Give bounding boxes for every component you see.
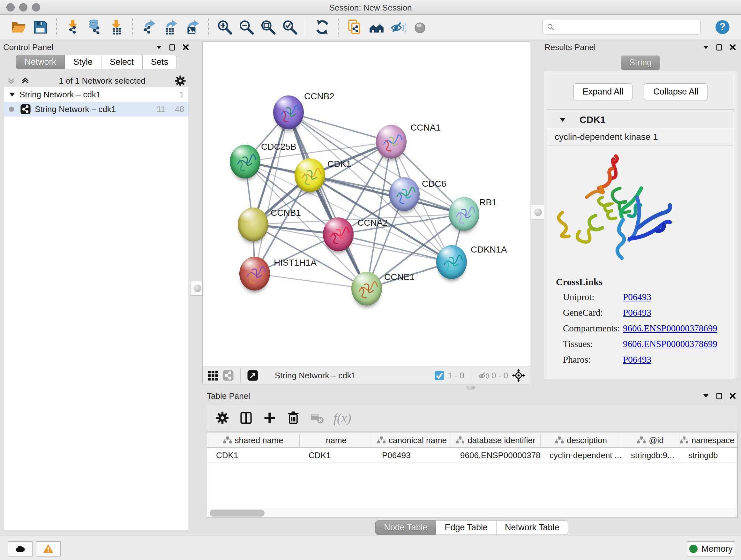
apply-layout-icon[interactable] (313, 18, 332, 37)
node-label-ccna2: CCNA2 (357, 218, 388, 228)
cloud-status-button[interactable] (8, 541, 32, 557)
control-panel: Control Panel NetworkStyleSelectSets 1 o… (3, 42, 190, 530)
node-label-cdc6: CDC6 (422, 179, 446, 189)
show-all-icon[interactable] (411, 18, 429, 37)
network-options-gear-icon[interactable] (174, 75, 186, 87)
node-ccna1[interactable] (376, 125, 407, 159)
search-input[interactable] (557, 22, 697, 32)
node-rb1[interactable] (449, 197, 479, 231)
column-header-description[interactable]: description (541, 433, 622, 447)
table-float-icon[interactable] (716, 392, 723, 400)
node-ccnb1[interactable] (238, 207, 268, 241)
tab-select[interactable]: Select (101, 55, 142, 69)
results-float-icon[interactable] (716, 44, 723, 51)
tab-style[interactable]: Style (65, 55, 101, 69)
crosslink-row: Tissues:9606.ENSP00000378699 (556, 339, 734, 349)
export-table-icon[interactable] (161, 18, 180, 37)
export-network-icon[interactable] (139, 18, 158, 37)
show-hide-columns-icon[interactable] (239, 411, 253, 425)
create-column-icon[interactable] (263, 411, 277, 425)
network-badge-gray-icon[interactable] (222, 370, 234, 381)
save-session-icon[interactable] (31, 18, 50, 37)
table-mode-gear-icon[interactable] (215, 411, 229, 425)
new-network-from-selection-icon[interactable] (346, 18, 364, 37)
tree-expand-caret-icon[interactable] (9, 91, 16, 98)
zoom-selected-icon[interactable] (280, 18, 299, 37)
zoom-fit-icon[interactable] (259, 18, 277, 37)
column-header-shared-name[interactable]: shared name (207, 433, 300, 447)
crosslink-label: Compartments: (556, 323, 623, 334)
table-close-icon[interactable] (729, 392, 737, 400)
node-ccnb2[interactable] (273, 96, 304, 129)
network-view-toolbar: String Network – cdk1 1 - 0 0 - 0 (203, 367, 530, 384)
scrollbar-thumb[interactable] (210, 509, 265, 516)
crosslink-link[interactable]: P06493 (623, 307, 651, 318)
node-cdk1[interactable] (294, 159, 325, 192)
import-database-icon[interactable] (85, 18, 104, 37)
panel-float-icon[interactable] (169, 44, 176, 51)
results-menu-caret-icon[interactable] (702, 44, 710, 51)
node-cdc6[interactable] (389, 177, 420, 211)
table-horizontal-scrollbar[interactable] (207, 508, 738, 517)
crosslink-link[interactable]: 9606.ENSP00000378699 (623, 339, 718, 349)
memory-button[interactable]: Memory (687, 541, 735, 557)
column-header-name[interactable]: name (300, 433, 373, 447)
column-header-namespace[interactable]: namespace (679, 433, 735, 447)
network-canvas[interactable]: CCNB2CCNA1CDC25BCDK1CDC6RB1CCNB1CCNA2CDK… (203, 42, 530, 367)
crosshair-navigate-icon[interactable] (512, 369, 525, 382)
control-panel-title: Control Panel (3, 43, 155, 52)
network-collection-label: String Network – cdk1 (19, 90, 170, 100)
collapse-all-tree-icon[interactable] (20, 76, 30, 85)
node-label-ccnb2: CCNB2 (304, 91, 334, 102)
tab-network-table[interactable]: Network Table (496, 520, 568, 535)
export-image-icon[interactable] (183, 18, 201, 37)
network-row-selected[interactable]: String Network – cdk1 11 48 (4, 102, 189, 117)
table-menu-caret-icon[interactable] (702, 392, 710, 400)
crosslink-link[interactable]: P06493 (623, 292, 651, 302)
panel-close-icon[interactable] (182, 44, 190, 51)
import-network-icon[interactable] (64, 18, 82, 37)
column-header-id[interactable]: @id (622, 433, 679, 447)
hide-selection-icon[interactable] (389, 18, 408, 37)
help-button[interactable]: ? (713, 18, 732, 37)
node-cdkn1a[interactable] (436, 245, 467, 279)
tab-sets[interactable]: Sets (142, 55, 177, 69)
function-builder-button[interactable]: f(x) (333, 411, 351, 426)
ribbon-structure-icon (389, 177, 420, 211)
search-box[interactable] (542, 20, 701, 35)
results-close-icon[interactable] (729, 44, 737, 51)
selected-checkbox-icon[interactable] (434, 370, 445, 381)
crosslink-link[interactable]: 9606.ENSP00000378699 (623, 323, 718, 334)
import-table-icon[interactable] (107, 18, 125, 37)
node-cdc25b[interactable] (230, 145, 260, 179)
birdseye-view-icon[interactable] (247, 370, 259, 381)
grid-view-icon[interactable] (207, 370, 219, 381)
delete-columns-icon[interactable] (286, 411, 300, 425)
open-file-icon[interactable] (9, 18, 28, 37)
tab-network[interactable]: Network (16, 55, 65, 69)
panel-menu-caret-icon[interactable] (155, 44, 163, 51)
column-header-canonical-name[interactable]: canonical name (373, 433, 451, 447)
tab-string[interactable]: String (621, 56, 661, 70)
collapse-all-button[interactable]: Collapse All (644, 83, 708, 100)
expand-all-button[interactable]: Expand All (574, 83, 633, 100)
zoom-out-icon[interactable] (237, 18, 256, 37)
hidden-eye-slash-icon[interactable] (477, 370, 489, 381)
network-collection-row[interactable]: String Network – cdk1 1 (4, 87, 189, 102)
crosslink-link[interactable]: P06493 (623, 354, 651, 365)
node-label-rb1: RB1 (479, 197, 496, 207)
table-row[interactable]: CDK1CDK1P064939606.ENSP00000378699cyclin… (207, 448, 738, 462)
node-hist1h1a[interactable] (239, 257, 270, 291)
tab-node-table[interactable]: Node Table (375, 520, 436, 535)
collection-count: 1 (180, 90, 184, 100)
zoom-in-icon[interactable] (215, 18, 234, 37)
node-ccna2[interactable] (323, 217, 354, 251)
section-collapse-caret-icon[interactable] (558, 116, 567, 124)
tab-edge-table[interactable]: Edge Table (436, 520, 496, 535)
horizontal-splitter-handle[interactable] (467, 386, 475, 389)
column-header-database-identifier[interactable]: database identifier (451, 433, 541, 447)
node-ccne1[interactable] (351, 272, 382, 306)
expand-all-tree-icon[interactable] (6, 76, 16, 85)
warnings-button[interactable] (36, 541, 61, 557)
first-neighbors-icon[interactable] (367, 18, 386, 37)
